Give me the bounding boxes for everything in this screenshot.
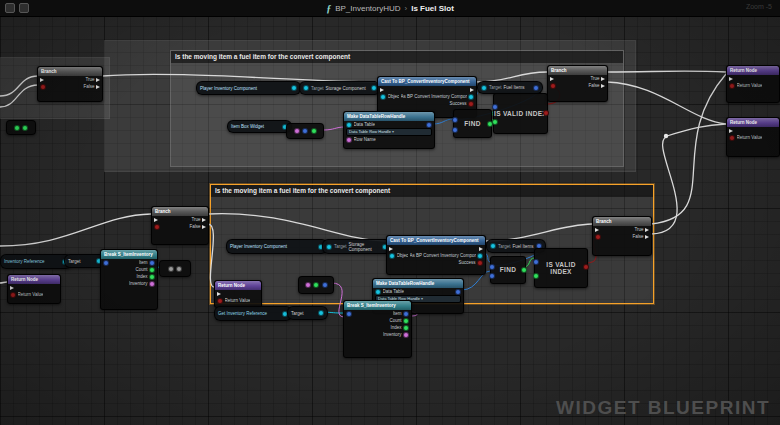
node-return-2[interactable]: Return NodeReturn Value xyxy=(726,117,780,157)
node-mini-2[interactable] xyxy=(298,276,334,294)
node-return-3[interactable]: Return NodeReturn Value xyxy=(214,280,262,308)
node-storage-component-2[interactable]: TargetStorage Component xyxy=(322,239,392,254)
pin-exec-icon[interactable] xyxy=(202,225,206,229)
breadcrumb-current[interactable]: Is Fuel Slot xyxy=(411,4,454,13)
pin-struct[interactable] xyxy=(452,117,458,123)
pin-bool[interactable] xyxy=(154,224,160,230)
node-storage-component-1[interactable]: TargetStorage Component xyxy=(299,81,381,95)
pin-exec-icon[interactable] xyxy=(202,218,206,222)
pin-struct[interactable] xyxy=(346,311,352,317)
pin-struct[interactable] xyxy=(302,128,308,134)
pin-bool[interactable] xyxy=(729,135,735,141)
node-is-valid-index-2[interactable]: IS VALID INDEX xyxy=(534,248,588,288)
node-make-datatablerowhandle-1[interactable]: Make DataTableRowHandleData TableData Ta… xyxy=(343,111,435,149)
pin-bool[interactable] xyxy=(217,298,223,304)
node-branch-2[interactable]: BranchTrueFalse xyxy=(547,65,608,102)
node-item-box-widget[interactable]: Item Box Widget xyxy=(227,120,292,133)
pin-exec-icon[interactable] xyxy=(96,78,100,82)
node-bool-getter[interactable] xyxy=(6,120,36,135)
node-cast-convert-2[interactable]: Cast To BP_ConvertInventoryComponentObje… xyxy=(386,235,486,275)
pin-object[interactable] xyxy=(346,122,352,128)
graph-canvas[interactable]: Is the moving item a fuel item for the c… xyxy=(0,0,780,425)
pin-bool[interactable] xyxy=(595,234,601,240)
pin-int[interactable] xyxy=(22,125,28,131)
pin-bool[interactable] xyxy=(468,101,474,107)
pin-object[interactable] xyxy=(326,244,332,250)
node-get-inventory-reference[interactable]: Get Inventory Reference xyxy=(214,306,292,321)
pin-object[interactable] xyxy=(389,253,395,259)
pin-bool[interactable] xyxy=(10,292,16,298)
pin-bool[interactable] xyxy=(543,110,549,116)
pin-bool[interactable] xyxy=(477,260,483,266)
pin-int[interactable] xyxy=(149,267,155,273)
pin-int[interactable] xyxy=(521,267,527,273)
pin-struct[interactable] xyxy=(452,127,458,133)
pin-name[interactable] xyxy=(294,128,300,134)
node-return-4[interactable]: Return NodeReturn Value xyxy=(7,274,61,304)
node-branch-4[interactable]: BranchTrueFalse xyxy=(592,216,652,256)
pin-exec-icon[interactable] xyxy=(479,247,483,251)
node-branch-3[interactable]: BranchTrueFalse xyxy=(151,206,209,245)
pin-bool[interactable] xyxy=(550,83,556,89)
pin-int[interactable] xyxy=(533,273,539,279)
pin-struct[interactable] xyxy=(403,311,409,317)
breadcrumb-parent[interactable]: BP_InventoryHUD xyxy=(335,4,400,13)
pin-exec-icon[interactable] xyxy=(470,88,474,92)
pin-exec-icon[interactable] xyxy=(550,77,554,81)
pin-struct[interactable] xyxy=(149,260,155,266)
pin-struct[interactable] xyxy=(103,260,109,266)
pin-object[interactable] xyxy=(375,289,381,295)
node-mini-3[interactable] xyxy=(159,260,191,277)
pin-struct[interactable] xyxy=(492,104,498,110)
node-find-1[interactable]: FIND xyxy=(453,109,492,138)
pin-int[interactable] xyxy=(14,125,20,131)
pin-exec-icon[interactable] xyxy=(601,77,605,81)
pin-exec-icon[interactable] xyxy=(595,228,599,232)
pin-name[interactable] xyxy=(346,137,352,143)
pin-exec-icon[interactable] xyxy=(40,78,44,82)
pin-name[interactable] xyxy=(305,282,311,288)
pin-object[interactable] xyxy=(318,310,324,316)
pin-wild[interactable] xyxy=(168,266,174,272)
pin-bool[interactable] xyxy=(729,83,735,89)
pin-struct[interactable] xyxy=(426,122,432,128)
pin-object[interactable] xyxy=(481,85,487,91)
pin-int[interactable] xyxy=(403,318,409,324)
pin-struct[interactable] xyxy=(489,273,495,279)
pin-bool[interactable] xyxy=(583,264,589,270)
pin-struct[interactable] xyxy=(455,289,461,295)
pin-exec-icon[interactable] xyxy=(154,218,158,222)
pin-int[interactable] xyxy=(149,274,155,280)
node-target-2[interactable]: Target xyxy=(287,306,328,320)
asset-picker[interactable]: Data Table Row Handle xyxy=(346,128,432,136)
pin-exec-icon[interactable] xyxy=(10,286,14,290)
pin-object[interactable] xyxy=(490,243,496,249)
pin-bool[interactable] xyxy=(40,84,46,90)
node-player-inventory-component-2[interactable]: Player Inventory Component xyxy=(226,239,328,254)
pin-exec-icon[interactable] xyxy=(601,84,605,88)
pin-int[interactable] xyxy=(403,325,409,331)
pin-name[interactable] xyxy=(149,281,155,287)
node-player-inventory-component-1[interactable]: Player Inventory Component xyxy=(196,81,301,95)
node-is-valid-index-1[interactable]: IS VALID INDEX xyxy=(493,93,548,134)
node-return-1[interactable]: Return NodeReturn Value xyxy=(726,65,780,103)
node-branch-1[interactable]: BranchTrueFalse xyxy=(37,66,103,102)
pin-exec-icon[interactable] xyxy=(645,228,649,232)
pin-exec-icon[interactable] xyxy=(645,235,649,239)
node-find-2[interactable]: FIND xyxy=(490,256,526,284)
pin-exec-icon[interactable] xyxy=(729,77,733,81)
node-mini-1[interactable] xyxy=(286,123,324,139)
pin-object[interactable] xyxy=(468,94,474,100)
pin-exec-icon[interactable] xyxy=(380,88,384,92)
pin-int[interactable] xyxy=(311,128,317,134)
pin-struct[interactable] xyxy=(322,282,328,288)
pin-exec-icon[interactable] xyxy=(96,85,100,89)
pin-wild[interactable] xyxy=(176,266,182,272)
node-break-s-iteminventory-1[interactable]: Break S_ItemInventoryItemCountIndexInven… xyxy=(100,249,158,310)
pin-object[interactable] xyxy=(303,85,309,91)
pin-int[interactable] xyxy=(313,282,319,288)
pin-struct[interactable] xyxy=(533,259,539,265)
pin-struct[interactable] xyxy=(489,264,495,270)
pin-int[interactable] xyxy=(492,119,498,125)
pin-struct[interactable] xyxy=(533,85,539,91)
